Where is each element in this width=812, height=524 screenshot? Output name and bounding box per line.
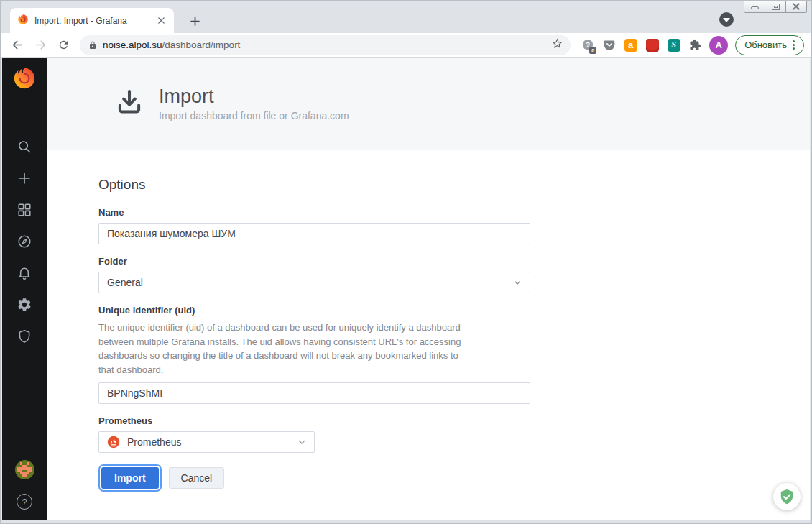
minimize-icon [751, 6, 759, 9]
forward-button[interactable] [31, 36, 50, 55]
prometheus-icon [107, 436, 120, 449]
chevron-down-icon [513, 278, 522, 287]
name-field: Name [98, 207, 530, 244]
sidebar-alerting-button[interactable] [10, 259, 39, 288]
name-input[interactable] [98, 223, 530, 244]
url-text: noise.alpol.su/dashboard/import [103, 40, 551, 50]
red-extension-button[interactable] [645, 38, 659, 52]
main-area: ? Import Import dashboard from file or G… [1, 58, 811, 520]
browser-toolbar: noise.alpol.su/dashboard/import ? 0 a S [1, 33, 811, 58]
grafana-page: Import Import dashboard from file or Gra… [47, 58, 810, 520]
pocket-icon [603, 39, 616, 51]
minimize-button[interactable] [744, 1, 765, 13]
uid-field: Unique identifier (uid) The unique ident… [98, 305, 530, 404]
uid-input[interactable] [98, 382, 530, 404]
shopping-extension-button[interactable]: a [624, 38, 637, 52]
close-icon [792, 2, 801, 11]
extensions-menu-button[interactable] [688, 38, 702, 52]
tab-title: Import: Import - Grafana [34, 16, 155, 26]
puzzle-icon [689, 39, 701, 51]
forward-arrow-icon [34, 38, 47, 52]
uid-description: The unique identifier (uid) of a dashboa… [98, 321, 461, 377]
page-header-text: Import Import dashboard from file or Gra… [159, 86, 349, 121]
extension-badge: 0 [589, 47, 596, 54]
datasource-select[interactable]: Prometheus [98, 431, 315, 453]
star-icon [551, 37, 563, 50]
window-controls [744, 1, 807, 13]
datasource-label: Prometheus [98, 415, 530, 426]
reload-button[interactable] [54, 36, 73, 55]
form-buttons: Import Cancel [98, 464, 810, 513]
adguard-assistant-button[interactable] [773, 483, 801, 510]
grafana-favicon-icon [17, 14, 29, 28]
page-title: Import [159, 86, 349, 108]
cancel-button[interactable]: Cancel [169, 467, 225, 489]
sidebar-bottom: ? [15, 460, 34, 510]
compass-icon [17, 234, 32, 249]
folder-select[interactable]: General [98, 272, 530, 293]
sidebar-help-button[interactable]: ? [17, 494, 32, 510]
gear-icon [17, 297, 32, 313]
chevron-down-icon [723, 18, 730, 22]
question-icon: ? [22, 497, 27, 507]
s-letter-icon: S [668, 39, 680, 52]
url-path: /dashboard/import [162, 40, 241, 50]
browser-menu-update-button[interactable]: Обновить [735, 35, 804, 55]
help-extension-button[interactable]: ? 0 [581, 38, 594, 52]
bookmark-star-button[interactable] [551, 37, 563, 52]
tab-strip: Import: Import - Grafana [1, 1, 811, 33]
back-button[interactable] [8, 36, 27, 55]
pixel-avatar-icon [15, 460, 34, 479]
new-tab-button[interactable] [186, 12, 203, 29]
kebab-menu-icon[interactable] [787, 40, 801, 50]
datasource-field: Prometheus Prometheus [98, 415, 530, 453]
back-arrow-icon [11, 38, 24, 52]
url-domain: noise.alpol.su [103, 40, 162, 50]
tab-close-icon[interactable] [155, 15, 167, 27]
window-frame-bottom [1, 520, 811, 524]
browser-tab[interactable]: Import: Import - Grafana [10, 8, 174, 33]
lock-icon [88, 41, 97, 50]
sidebar-explore-button[interactable] [10, 227, 39, 256]
s-extension-button[interactable]: S [667, 38, 680, 52]
folder-value: General [107, 277, 513, 288]
chevron-down-icon [297, 438, 306, 446]
dashboards-grid-icon [17, 202, 32, 218]
profile-avatar[interactable]: A [709, 36, 728, 55]
extensions-row: ? 0 a S [578, 38, 705, 52]
page-header: Import Import dashboard from file or Gra… [47, 58, 810, 150]
maximize-icon [772, 4, 780, 10]
options-heading: Options [98, 177, 810, 193]
sidebar-admin-button[interactable] [10, 322, 39, 351]
maximize-button[interactable] [765, 1, 786, 13]
import-download-icon [114, 87, 144, 120]
folder-label: Folder [98, 256, 530, 267]
search-icon [17, 139, 32, 155]
pocket-extension-button[interactable] [602, 38, 616, 52]
adguard-shield-icon [778, 488, 795, 505]
uid-label: Unique identifier (uid) [98, 305, 530, 316]
browser-window: Import: Import - Grafana [0, 0, 812, 524]
sidebar-create-button[interactable] [10, 164, 39, 193]
sidebar-search-button[interactable] [10, 132, 39, 161]
folder-field: Folder General [98, 256, 530, 293]
reload-icon [57, 39, 70, 51]
red-emblem-icon [646, 39, 659, 52]
grafana-logo-icon[interactable] [11, 65, 38, 92]
shield-icon [17, 328, 32, 344]
import-button[interactable]: Import [101, 467, 159, 489]
close-button[interactable] [785, 1, 807, 13]
plus-icon [17, 170, 32, 186]
page-subtitle: Import dashboard from file or Grafana.co… [159, 110, 349, 121]
grafana-sidebar: ? [2, 58, 47, 520]
name-label: Name [98, 207, 530, 218]
sidebar-configuration-button[interactable] [10, 290, 39, 319]
update-label: Обновить [744, 40, 787, 50]
user-avatar[interactable] [15, 460, 34, 479]
sidebar-dashboards-button[interactable] [10, 196, 39, 224]
import-form: Options Name Folder General Unique ident… [47, 150, 810, 513]
bell-icon [17, 265, 32, 281]
tab-search-button[interactable] [719, 12, 734, 27]
shopping-bag-icon: a [624, 39, 637, 52]
address-bar[interactable]: noise.alpol.su/dashboard/import [80, 35, 571, 55]
